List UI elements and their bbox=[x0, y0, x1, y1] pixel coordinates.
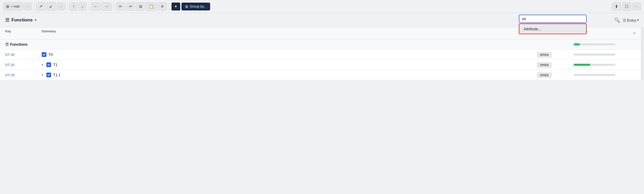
scrollbar[interactable] bbox=[641, 27, 644, 80]
checkbox-dt39[interactable] bbox=[42, 52, 46, 57]
progress-fill-dt26 bbox=[574, 64, 590, 66]
copy-button[interactable]: ⧉ bbox=[136, 2, 145, 11]
add-label: + Add bbox=[11, 4, 20, 8]
group-row-label: ☰ Functions bbox=[5, 42, 537, 47]
search-button[interactable]: 🔍 bbox=[613, 16, 621, 24]
copy-icon: ⧉ bbox=[139, 4, 142, 9]
row-status-dt28: OPEN bbox=[537, 73, 574, 77]
progress-bar-dt26 bbox=[574, 64, 615, 66]
row-status-dt26: OPEN bbox=[537, 63, 574, 67]
group-by-dropdown: Attribute... bbox=[519, 15, 587, 34]
left-icon: ← bbox=[94, 4, 98, 9]
search-icon: 🔍 bbox=[614, 17, 620, 23]
divider-1 bbox=[34, 3, 34, 10]
expand-arrow-dt26[interactable]: ▾ bbox=[42, 63, 43, 67]
move-up-button[interactable]: ↑ bbox=[70, 2, 77, 11]
more-button-2[interactable]: ··· bbox=[57, 3, 65, 10]
section-title[interactable]: ☰ Functions ▾ bbox=[5, 17, 36, 23]
window-button[interactable]: ☐ bbox=[622, 2, 631, 11]
right-icon: → bbox=[105, 4, 109, 9]
move-out-button[interactable]: ↗ bbox=[36, 2, 45, 11]
check-icon bbox=[42, 53, 46, 56]
section-chevron: ▾ bbox=[35, 18, 36, 22]
group-row: ☰ Functions bbox=[0, 39, 644, 50]
window-icon: ☐ bbox=[625, 4, 628, 9]
add-icon: ⊞ bbox=[6, 4, 9, 9]
delete-button[interactable]: ✕ bbox=[158, 2, 167, 11]
more-icon-1: ··· bbox=[26, 4, 29, 8]
add-button[interactable]: ⊞ + Add bbox=[3, 2, 22, 11]
checkbox-dt26[interactable] bbox=[46, 62, 51, 67]
summary-text-dt39: T0 bbox=[48, 52, 53, 57]
magic-icon: ✦ bbox=[174, 4, 178, 9]
paste-icon: 📋 bbox=[149, 4, 154, 9]
row-summary-dt39: T0 bbox=[42, 52, 537, 57]
toolbar: ⊞ + Add ··· ↗ ↙ ··· ↑ ↓ ← → ✏ ✂ ⧉ 📋 bbox=[0, 0, 644, 13]
more-button-3[interactable]: ··· bbox=[632, 3, 641, 10]
move-in-button[interactable]: ↙ bbox=[46, 2, 56, 11]
summary-text-dt26: T1 bbox=[53, 63, 57, 67]
row-key-dt39[interactable]: DT-39 bbox=[5, 53, 42, 57]
search-wrapper bbox=[519, 15, 587, 23]
group-progress-fill bbox=[574, 43, 580, 45]
group-progress-bar bbox=[574, 43, 615, 45]
paste-button[interactable]: 📋 bbox=[146, 2, 157, 11]
table-row: DT-39 T0 OPEN bbox=[0, 50, 644, 60]
section-actions: 🔍 ||| Entry ▾ bbox=[613, 16, 639, 24]
group-by-button[interactable]: ⊞ Group by... bbox=[181, 3, 210, 10]
status-badge-dt26: OPEN bbox=[537, 62, 551, 68]
row-progress-dt39 bbox=[574, 54, 631, 56]
summary-text-dt28: T1.1 bbox=[53, 73, 60, 77]
export-icon: ⬆ bbox=[615, 4, 618, 9]
magic-button[interactable]: ✦ bbox=[171, 2, 180, 11]
up-icon: ↑ bbox=[72, 4, 75, 9]
export-button[interactable]: ⬆ bbox=[612, 2, 621, 11]
status-badge-dt28: OPEN bbox=[537, 73, 551, 78]
group-icon: ⊞ bbox=[185, 4, 188, 9]
col-key: Key bbox=[5, 30, 42, 37]
edit-icon: ✏ bbox=[119, 4, 122, 9]
table-row: DT-26 ▾ T1 OPEN bbox=[0, 60, 644, 70]
row-progress-dt26 bbox=[574, 64, 631, 66]
group-search-input[interactable] bbox=[522, 17, 584, 21]
more-icon-2: ··· bbox=[59, 4, 62, 8]
more-icon-3: ··· bbox=[635, 4, 638, 8]
progress-bar-dt39 bbox=[574, 54, 615, 56]
entry-selector[interactable]: ||| Entry ▾ bbox=[623, 18, 639, 22]
row-key-dt26[interactable]: DT-26 bbox=[5, 63, 42, 67]
bars-icon: ||| bbox=[623, 18, 626, 22]
row-summary-dt28: ▾ T1.1 bbox=[42, 73, 537, 77]
more-button-1[interactable]: ··· bbox=[23, 3, 32, 10]
move-right-button[interactable]: → bbox=[102, 2, 112, 11]
progress-bar-dt28 bbox=[574, 74, 615, 76]
expand-arrow-dt28[interactable]: ▾ bbox=[42, 73, 43, 77]
add-column-button[interactable]: + bbox=[631, 30, 638, 37]
group-list-icon: ☰ bbox=[5, 42, 9, 47]
entry-chevron: ▾ bbox=[637, 18, 639, 22]
list-icon: ☰ bbox=[5, 17, 9, 23]
row-summary-dt26: ▾ T1 bbox=[42, 62, 537, 67]
attribute-option[interactable]: Attribute... bbox=[519, 23, 587, 34]
down-icon: ↓ bbox=[81, 4, 83, 9]
group-name: Functions bbox=[10, 42, 28, 46]
section-title-text: Functions bbox=[11, 17, 33, 23]
group-by-label: Group by... bbox=[190, 4, 206, 8]
group-progress-cell bbox=[574, 43, 631, 45]
check-icon-dt26 bbox=[47, 63, 50, 66]
move-left-button[interactable]: ← bbox=[91, 2, 101, 11]
col-summary: Summary bbox=[42, 30, 537, 37]
divider-3 bbox=[88, 3, 89, 10]
status-badge-dt39: OPEN bbox=[537, 52, 551, 57]
move-out-icon: ↗ bbox=[39, 4, 42, 9]
entry-text: Entry bbox=[627, 18, 636, 22]
divider-2 bbox=[67, 3, 68, 10]
move-in-icon: ↙ bbox=[49, 4, 53, 9]
row-key-dt28[interactable]: DT-28 bbox=[5, 73, 42, 77]
checkbox-dt28[interactable] bbox=[46, 73, 51, 77]
cut-button[interactable]: ✂ bbox=[126, 2, 135, 11]
move-down-button[interactable]: ↓ bbox=[78, 2, 86, 11]
table-row: DT-28 ▾ T1.1 OPEN bbox=[0, 70, 644, 80]
delete-icon: ✕ bbox=[161, 4, 164, 9]
divider-4 bbox=[114, 3, 114, 10]
edit-button[interactable]: ✏ bbox=[116, 2, 125, 11]
